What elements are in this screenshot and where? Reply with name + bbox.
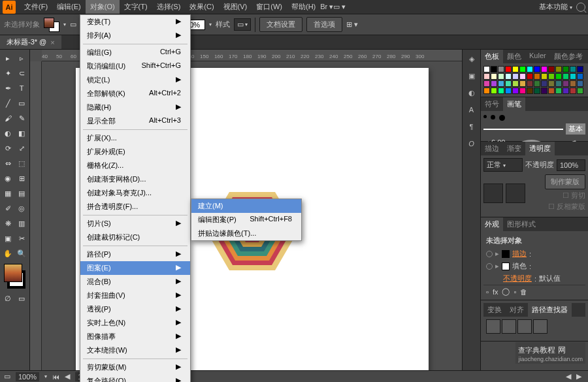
- tab-kuler[interactable]: Kuler: [525, 50, 550, 63]
- menu-item[interactable]: 拼贴边缘颜色(T)...: [191, 227, 301, 240]
- menu-item[interactable]: 实时上色(N)▶: [80, 316, 190, 330]
- none-mode-icon[interactable]: ∅: [1, 291, 14, 306]
- swatch[interactable]: [519, 73, 526, 80]
- blend-tool[interactable]: ◎: [15, 201, 28, 215]
- appearance-opacity-row[interactable]: 不透明度: 默认值: [483, 272, 585, 285]
- swatches-grid[interactable]: [483, 66, 585, 94]
- tab-graphic-styles[interactable]: 图形样式: [503, 217, 540, 231]
- swatch[interactable]: [505, 73, 512, 80]
- menu-item[interactable]: 栅格化(Z)...: [80, 159, 190, 172]
- document-tab[interactable]: 未标题-3* @ ×: [0, 35, 61, 49]
- lasso-tool[interactable]: ⊂: [15, 66, 28, 80]
- swatch[interactable]: [541, 73, 547, 80]
- swatch[interactable]: [505, 66, 512, 72]
- symbol-sprayer-tool[interactable]: ❋: [1, 216, 14, 231]
- pf-intersect[interactable]: [517, 319, 532, 334]
- swatch[interactable]: [563, 88, 569, 94]
- zoom-tool[interactable]: 🔍: [15, 246, 28, 261]
- swatch[interactable]: [570, 66, 576, 72]
- tab-brushes[interactable]: 画笔: [503, 97, 525, 111]
- fill-stroke-toolbox[interactable]: [1, 261, 28, 291]
- appearance-clear-icon[interactable]: ◯: [502, 287, 510, 296]
- swatch[interactable]: [498, 88, 504, 94]
- screen-mode-icon[interactable]: ▭: [15, 291, 28, 306]
- swatch[interactable]: [577, 66, 583, 72]
- swatch[interactable]: [512, 80, 519, 87]
- pen-tool[interactable]: ✒: [1, 81, 14, 95]
- swatch[interactable]: [570, 80, 576, 87]
- swatch[interactable]: [498, 73, 504, 80]
- free-transform-tool[interactable]: ⬚: [15, 156, 28, 170]
- eyedropper-tool[interactable]: ✐: [1, 201, 14, 215]
- pf-minus-front[interactable]: [502, 319, 516, 334]
- swatch[interactable]: [483, 73, 490, 80]
- swatch[interactable]: [483, 80, 490, 87]
- swatch[interactable]: [505, 80, 512, 87]
- menu-file[interactable]: 文件(F): [20, 0, 52, 14]
- arrange-icon[interactable]: ▭ ▾: [333, 3, 346, 11]
- menu-item[interactable]: 变换(T)▶: [80, 15, 190, 29]
- slice-tool[interactable]: ✂: [15, 231, 28, 246]
- menu-item[interactable]: 透视(P)▶: [80, 302, 190, 316]
- document-setup-button[interactable]: 文档设置: [259, 17, 302, 32]
- menu-item[interactable]: 剪切蒙版(M)▶: [80, 360, 190, 374]
- appearance-fill-row[interactable]: ▸填色:: [483, 260, 585, 272]
- close-tab-icon[interactable]: ×: [50, 39, 54, 46]
- swatch[interactable]: [519, 66, 526, 72]
- swatch[interactable]: [555, 80, 562, 87]
- appearance-new-icon[interactable]: ▫: [486, 288, 489, 296]
- menu-effect[interactable]: 效果(C): [185, 0, 218, 14]
- type-tool[interactable]: T: [15, 81, 28, 95]
- tab-transform[interactable]: 变换: [483, 303, 506, 317]
- mask-thumb-2[interactable]: [506, 183, 525, 203]
- column-graph-tool[interactable]: ▥: [15, 216, 28, 231]
- swatch[interactable]: [577, 88, 583, 94]
- menu-item[interactable]: 路径(P)▶: [80, 247, 190, 261]
- menu-item[interactable]: 扩展外观(E): [80, 145, 190, 159]
- swatch[interactable]: [563, 66, 569, 72]
- swatch[interactable]: [541, 66, 547, 72]
- menu-item[interactable]: 编辑图案(P)Shift+Ctrl+F8: [191, 213, 301, 227]
- swatch[interactable]: [483, 66, 490, 72]
- menu-item[interactable]: 隐藏(H)▶: [80, 101, 190, 114]
- perspective-grid-tool[interactable]: ⊞: [15, 171, 28, 185]
- swatch[interactable]: [534, 80, 540, 87]
- menu-edit[interactable]: 编辑(E): [52, 0, 86, 14]
- appearance-fx-icon[interactable]: fx: [493, 288, 498, 296]
- swatch[interactable]: [555, 73, 562, 80]
- menu-item[interactable]: 显示全部Alt+Ctrl+3: [80, 114, 190, 128]
- paragraph-panel-icon[interactable]: ¶: [465, 120, 478, 133]
- workspace-switcher[interactable]: 基本功能 ▾: [539, 2, 572, 12]
- swatch[interactable]: [512, 73, 519, 80]
- menu-item[interactable]: 创建渐变网格(D)...: [80, 172, 190, 186]
- menu-object[interactable]: 对象(O): [86, 0, 120, 14]
- swatch[interactable]: [512, 88, 519, 94]
- tab-color[interactable]: 颜色: [503, 50, 525, 63]
- bridge-icon[interactable]: Br ▾: [320, 3, 333, 11]
- swatch[interactable]: [534, 88, 540, 94]
- opentype-panel-icon[interactable]: O: [465, 137, 478, 150]
- swatch[interactable]: [548, 73, 555, 80]
- artboards-panel-icon[interactable]: ▣: [465, 69, 478, 82]
- menu-item[interactable]: 图像描摹▶: [80, 330, 190, 343]
- swatch[interactable]: [577, 73, 583, 80]
- menu-item[interactable]: 文本绕排(W)▶: [80, 343, 190, 357]
- align-icon[interactable]: ⊞ ▾: [346, 20, 358, 29]
- tab-transparency[interactable]: 透明度: [525, 142, 555, 155]
- menu-item[interactable]: 混合(B)▶: [80, 275, 190, 289]
- tab-color-guide[interactable]: 颜色参考: [550, 50, 587, 63]
- make-mask-button[interactable]: 制作蒙版: [545, 174, 585, 189]
- selection-tool[interactable]: ▸: [1, 51, 14, 65]
- rotate-tool[interactable]: ⟳: [1, 141, 14, 155]
- swatch[interactable]: [541, 80, 547, 87]
- tab-symbols[interactable]: 符号: [481, 97, 503, 111]
- swatch[interactable]: [555, 66, 562, 72]
- swatch[interactable]: [563, 73, 569, 80]
- artboard-first-icon[interactable]: ⏮: [52, 373, 59, 381]
- pf-unite[interactable]: [486, 319, 500, 334]
- menu-type[interactable]: 文字(T): [120, 0, 152, 14]
- menu-item[interactable]: 图案(E)▶: [80, 261, 190, 275]
- scroll-left-icon[interactable]: ◀: [563, 372, 574, 381]
- tab-stroke[interactable]: 描边: [481, 142, 503, 155]
- invert-mask-checkbox[interactable]: ☐ 反相蒙版: [548, 202, 585, 212]
